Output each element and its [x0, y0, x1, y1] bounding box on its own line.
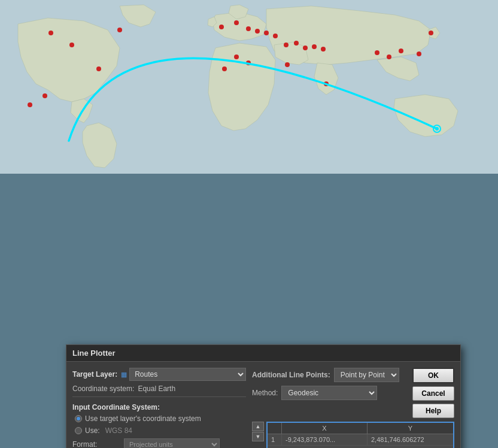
svg-point-8 — [234, 20, 239, 25]
svg-point-20 — [375, 50, 379, 55]
svg-point-6 — [117, 28, 122, 32]
row1-y: 2,481,746.606272 — [368, 434, 453, 445]
svg-point-18 — [285, 62, 290, 67]
coord-system-label: Coordinate system: — [72, 385, 134, 393]
col-y-header: Y — [368, 423, 453, 434]
additional-label: Additional Line Points: — [252, 371, 330, 379]
method-select[interactable]: Geodesic — [281, 386, 377, 400]
svg-point-7 — [219, 25, 224, 29]
svg-point-4 — [69, 43, 74, 47]
additional-points-row: Additional Line Points: Point by Point — [252, 368, 408, 382]
coord-system-row: Coordinate system: Equal Earth — [72, 385, 246, 393]
points-table: X Y 1 -9,243,873.070... 2,481,746.606272 — [266, 422, 454, 448]
help-button[interactable]: Help — [412, 404, 454, 418]
svg-point-29 — [435, 127, 439, 131]
radio2-label: Use: — [85, 426, 100, 435]
radio-row-2[interactable]: Use: WGS 84 — [75, 426, 246, 435]
col-x-header: X — [282, 423, 368, 434]
svg-point-1 — [96, 66, 101, 71]
svg-point-23 — [417, 52, 421, 56]
svg-point-17 — [321, 47, 326, 52]
map-area — [0, 0, 498, 174]
table-body: 1 -9,243,873.070... 2,481,746.606272 — [268, 434, 453, 448]
arrow-up-button[interactable]: ▲ — [252, 422, 264, 431]
left-panel: Target Layer: ▦ Routes Coordinate system… — [72, 368, 246, 448]
format-row: Format: Projected units — [72, 438, 246, 448]
radio2-value: WGS 84 — [105, 426, 132, 435]
svg-point-3 — [28, 102, 32, 107]
svg-point-21 — [387, 55, 391, 59]
svg-point-12 — [273, 34, 278, 38]
radio-row-1[interactable]: Use target layer's coordinate system — [75, 414, 246, 423]
method-row: Method: Geodesic — [252, 386, 408, 400]
svg-point-27 — [222, 66, 227, 71]
target-layer-row: Target Layer: ▦ Routes — [72, 368, 246, 381]
format-label: Format: — [72, 440, 120, 448]
svg-point-11 — [264, 31, 269, 35]
method-label: Method: — [252, 389, 278, 397]
radio-use-target[interactable] — [75, 415, 82, 422]
svg-point-9 — [246, 26, 251, 31]
svg-point-22 — [399, 49, 403, 53]
svg-point-5 — [48, 31, 53, 35]
svg-point-13 — [284, 43, 289, 47]
svg-point-2 — [42, 93, 47, 98]
col-num — [268, 423, 282, 434]
arrow-down-button[interactable]: ▼ — [252, 432, 264, 441]
svg-point-25 — [234, 55, 239, 59]
radio1-label: Use target layer's coordinate system — [85, 414, 201, 423]
svg-point-16 — [312, 44, 317, 49]
svg-point-24 — [429, 31, 433, 35]
format-select[interactable]: Projected units — [124, 438, 220, 448]
row1-num: 1 — [268, 434, 282, 445]
updown-arrows: ▲ ▼ — [252, 422, 264, 441]
svg-point-14 — [294, 41, 299, 46]
dialog-title: Line Plotter — [72, 349, 116, 358]
dialog-titlebar: Line Plotter — [66, 345, 460, 362]
input-coord-title: Input Coordinate System: — [72, 403, 246, 411]
svg-point-10 — [255, 29, 260, 34]
buttons-col: OK Cancel Help — [412, 368, 454, 418]
radio-use-custom[interactable] — [75, 427, 82, 434]
line-plotter-dialog: Line Plotter Target Layer: ▦ Routes Coor… — [66, 344, 461, 448]
table-header: X Y — [268, 423, 453, 434]
table-row[interactable]: 1 -9,243,873.070... 2,481,746.606272 — [268, 434, 453, 446]
target-layer-label: Target Layer: — [72, 370, 117, 379]
cancel-button[interactable]: Cancel — [412, 386, 454, 401]
svg-point-15 — [303, 46, 308, 50]
ok-button[interactable]: OK — [412, 368, 454, 383]
coord-system-value: Equal Earth — [138, 385, 175, 393]
row1-x: -9,243,873.070... — [282, 434, 368, 445]
input-coord-section: Input Coordinate System: Use target laye… — [72, 401, 246, 448]
target-layer-select[interactable]: Routes — [129, 368, 246, 381]
additional-select[interactable]: Point by Point — [334, 368, 399, 382]
